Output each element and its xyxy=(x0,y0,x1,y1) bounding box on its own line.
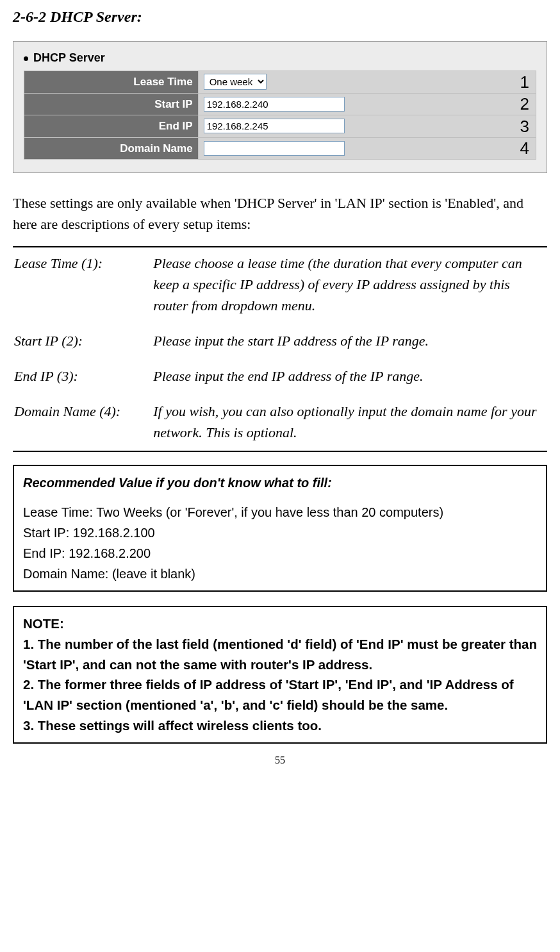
domain-name-input[interactable] xyxy=(204,141,345,156)
cell-lease-time: One week 1 xyxy=(198,71,536,94)
end-ip-input[interactable] xyxy=(204,119,345,133)
cell-domain-name: 4 xyxy=(198,137,536,160)
desc-text: If you wish, you can also optionally inp… xyxy=(153,401,546,446)
intro-text: These settings are only available when '… xyxy=(13,192,547,235)
note-item: 1. The number of the last field (mention… xyxy=(23,634,537,675)
cell-start-ip: 2 xyxy=(198,93,536,115)
desc-term: End IP (3): xyxy=(14,365,152,399)
note-title: NOTE: xyxy=(23,614,537,634)
desc-term: Lease Time (1): xyxy=(14,253,152,329)
divider-top xyxy=(13,246,547,247)
row-start-ip: Start IP 2 xyxy=(24,93,536,115)
recommended-box: Recommended Value if you don't know what… xyxy=(13,465,547,592)
form-table: Lease Time One week 1 Start IP 2 End IP … xyxy=(24,71,536,160)
note-box: NOTE: 1. The number of the last field (m… xyxy=(13,606,547,744)
row-number-4: 4 xyxy=(520,136,529,161)
desc-row: Domain Name (4): If you wish, you can al… xyxy=(14,401,546,446)
recommended-title: Recommended Value if you don't know what… xyxy=(23,472,537,493)
dhcp-server-panel: DHCP Server Lease Time One week 1 Start … xyxy=(13,41,547,173)
section-title: 2-6-2 DHCP Server: xyxy=(13,5,547,28)
note-item: 2. The former three fields of IP address… xyxy=(23,674,537,715)
cell-end-ip: 3 xyxy=(198,115,536,138)
desc-row: End IP (3): Please input the end IP addr… xyxy=(14,365,546,399)
panel-title: DHCP Server xyxy=(33,51,105,64)
page-number: 55 xyxy=(13,753,547,768)
recommended-line: Domain Name: (leave it blank) xyxy=(23,564,537,584)
desc-text: Please choose a lease time (the duration… xyxy=(153,253,546,329)
row-number-1: 1 xyxy=(520,69,529,94)
bullet-icon xyxy=(24,56,28,61)
label-domain-name: Domain Name xyxy=(24,137,199,160)
description-table: Lease Time (1): Please choose a lease ti… xyxy=(13,251,547,447)
row-domain-name: Domain Name 4 xyxy=(24,137,536,160)
note-item: 3. These settings will affect wireless c… xyxy=(23,715,537,736)
desc-text: Please input the start IP address of the… xyxy=(153,330,546,364)
recommended-line: End IP: 192.168.2.200 xyxy=(23,543,537,564)
row-end-ip: End IP 3 xyxy=(24,115,536,138)
divider-bottom xyxy=(13,451,547,452)
label-lease-time: Lease Time xyxy=(24,71,199,94)
row-number-3: 3 xyxy=(520,113,529,138)
panel-header: DHCP Server xyxy=(24,49,536,67)
lease-time-select[interactable]: One week xyxy=(204,74,267,90)
recommended-line: Start IP: 192.168.2.100 xyxy=(23,522,537,543)
desc-text: Please input the end IP address of the I… xyxy=(153,365,546,399)
desc-row: Start IP (2): Please input the start IP … xyxy=(14,330,546,364)
desc-term: Domain Name (4): xyxy=(14,401,152,446)
label-start-ip: Start IP xyxy=(24,93,199,115)
recommended-line: Lease Time: Two Weeks (or 'Forever', if … xyxy=(23,502,537,522)
label-end-ip: End IP xyxy=(24,115,199,138)
row-lease-time: Lease Time One week 1 xyxy=(24,71,536,94)
desc-row: Lease Time (1): Please choose a lease ti… xyxy=(14,253,546,329)
row-number-2: 2 xyxy=(520,92,529,117)
desc-term: Start IP (2): xyxy=(14,330,152,364)
start-ip-input[interactable] xyxy=(204,97,345,112)
